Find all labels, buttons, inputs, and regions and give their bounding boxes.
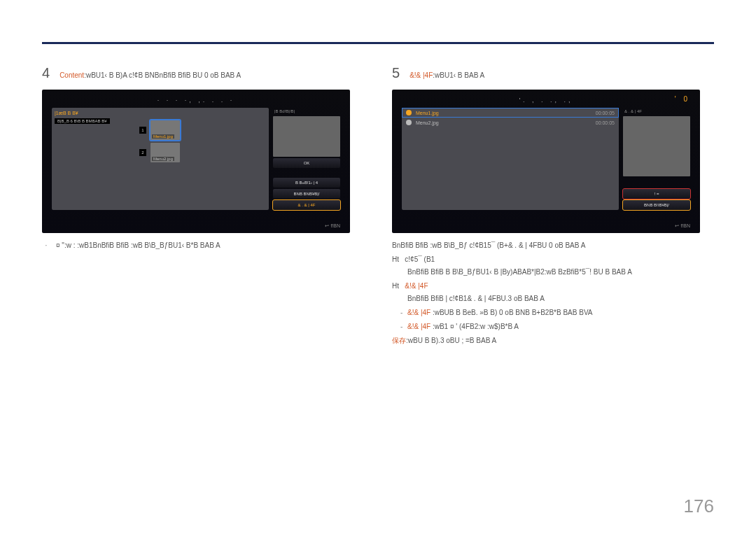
step-highlight: &!& |4F <box>410 71 433 79</box>
step-number: 4 <box>42 65 50 81</box>
rp-head: |B Bd!B|/B| <box>273 108 340 115</box>
page: 4 Content:wBU1‹ B B)A c!¢B BNBnBfiB BfiB… <box>0 0 756 349</box>
side-btn-1[interactable]: ! = <box>623 189 690 199</box>
pane-head: |1æB B B¥ <box>55 111 266 115</box>
screen-inner: · · · ·, ,. . . · |1æB B B¥ B|B_B 6 B\B … <box>52 95 340 227</box>
bullet: · <box>42 240 50 251</box>
side-btn-2[interactable]: BNB B!IB¥B|/ <box>623 200 690 210</box>
thumb-2[interactable]: 2 Menu2.jpg <box>139 143 180 162</box>
screenshot-left: · · · ·, ,. . . · |1æB B B¥ B|B_B 6 B\B … <box>42 90 350 233</box>
save-highlight: 保存 <box>392 337 406 344</box>
thumbnail-pane: |1æB B B¥ B|B_B 6 B\B B BMBAB B¥ 1 Menu1… <box>52 108 269 210</box>
para1: BnBfiB BfiB :wB B\B_Bƒ c!¢B15¯ (B+& . & … <box>392 240 714 251</box>
ht2: Ht &!& |4F <box>392 281 714 292</box>
thumb-num: 1 <box>139 127 146 134</box>
sub-text: :wBUB B BeB. »B B) 0 oB BNB B+B2B*B BAB … <box>433 309 593 316</box>
bottom-bar: ↩ f!BN <box>402 220 690 229</box>
ht-label: Ht <box>392 282 399 290</box>
list-label: Menu1.jpg <box>416 111 439 115</box>
screenshot-right: '. , . ., ., ' 0 Menu1.jpg 00:00:05 <box>392 90 700 233</box>
caption: · ¤ ":w : :wB1BnBfiB BfiB :wB B\B_BƒBU1‹… <box>42 240 364 251</box>
preview <box>623 116 690 176</box>
ht1: Ht c!¢5¯ (B1 <box>392 254 714 265</box>
screen-title: · · · ·, ,. . . · <box>52 95 340 106</box>
para2: BnBfiB BfiB B B\B_BƒBU1‹ B |By)ABAB*|B2:… <box>392 267 714 278</box>
step-overlay: :wBU1‹ B B)A c!¢B BNBnBfiB BfiB BU 0 oB … <box>84 71 241 79</box>
caption-text: ¤ ":w : :wB1BnBfiB BfiB :wB B\B_BƒBU1‹ B… <box>56 240 220 251</box>
panel-row: |1æB B B¥ B|B_B 6 B\B B BMBAB B¥ 1 Menu1… <box>52 108 340 210</box>
title-center: '. , . ., ., <box>519 97 573 104</box>
drive-row: B|B_B 6 B\B B BMBAB B¥ <box>55 118 110 124</box>
step-header-4: 4 Content:wBU1‹ B B)A c!¢B BNBnBfiB BfiB… <box>42 65 364 81</box>
ht-highlight: &!& |4F <box>405 282 428 290</box>
top-rule <box>42 42 714 44</box>
content-row: 4 Content:wBU1‹ B B)A c!¢B BNBnBfiB BfiB… <box>42 65 714 349</box>
list-label: Menu2.jpg <box>416 120 439 125</box>
step-header-5: 5 &!& |4F:wBU1‹ B BAB A <box>392 65 714 81</box>
list-time: 00:00:05 <box>596 120 615 125</box>
right-column: 5 &!& |4F:wBU1‹ B BAB A '. , . ., ., ' 0 <box>392 65 714 349</box>
title-badge: ' 0 <box>675 95 690 103</box>
ok-button[interactable]: OK <box>273 158 340 168</box>
save-text: :wBU B B).3 oBU ; =B BAB A <box>406 337 496 344</box>
step-highlight: Content <box>59 71 84 79</box>
thumb-num: 2 <box>139 149 146 156</box>
sub1: &!& |4F :wBUB B BeB. »B B) 0 oB BNB B+B2… <box>392 307 714 318</box>
save-line: 保存:wBU B B).3 oBU ; =B BAB A <box>392 335 714 346</box>
panel-row: Menu1.jpg 00:00:05 Menu2.jpg 00:00:05 & … <box>402 108 690 210</box>
preview <box>273 116 340 157</box>
thumb-img: Menu2.jpg <box>150 143 180 162</box>
side-btn-1[interactable]: B B»B!1‹ | 4 <box>273 178 340 188</box>
list-pane: Menu1.jpg 00:00:05 Menu2.jpg 00:00:05 <box>402 108 619 210</box>
thumb-label: Menu2.jpg <box>152 157 174 161</box>
para3: BnBfiB BfiB | c!¢B1& . & | 4FBU.3 oB BAB… <box>392 293 714 304</box>
left-column: 4 Content:wBU1‹ B B)A c!¢B BNBnBfiB BfiB… <box>42 65 364 349</box>
step-text: &!& |4F:wBU1‹ B BAB A <box>410 71 484 79</box>
list-time: 00:00:05 <box>596 111 615 115</box>
ht-label: Ht <box>392 255 399 263</box>
return-label[interactable]: ↩ f!BN <box>675 223 690 229</box>
spacer <box>623 178 690 188</box>
thumb-label: Menu1.jpg <box>152 134 174 139</box>
step-text: Content:wBU1‹ B B)A c!¢B BNBnBfiB BfiB B… <box>59 71 241 79</box>
side-btn-3[interactable]: & . & | 4F <box>273 200 340 210</box>
step-number: 5 <box>392 65 400 81</box>
screen-inner: '. , . ., ., ' 0 Menu1.jpg 00:00:05 <box>402 95 690 227</box>
list-row-2[interactable]: Menu2.jpg 00:00:05 <box>402 118 619 127</box>
status-dot-icon <box>406 120 412 125</box>
rp-head: & . & | 4F <box>623 108 690 115</box>
side-pane: |B Bd!B|/B| OK B B»B!1‹ | 4 BNB BNB¥B|/ … <box>273 108 340 210</box>
bottom-bar: ↩ f!BN <box>52 220 340 229</box>
return-label[interactable]: ↩ f!BN <box>325 223 340 229</box>
sub-highlight: &!& |4F <box>407 323 430 330</box>
spacer <box>273 169 340 176</box>
thumb-1[interactable]: 1 Menu1.jpg <box>139 120 180 140</box>
screen-title: '. , . ., ., ' 0 <box>402 95 690 106</box>
step-overlay: :wBU1‹ B BAB A <box>433 71 484 79</box>
side-btn-2[interactable]: BNB BNB¥B|/ <box>273 189 340 199</box>
list-row-1[interactable]: Menu1.jpg 00:00:05 <box>402 108 619 118</box>
thumb-img: Menu1.jpg <box>150 120 180 140</box>
page-number: 176 <box>684 496 714 517</box>
sub2: &!& |4F :wB1 ¤ ' (4FB2:w :w$)B*B A <box>392 321 714 332</box>
ht-text: c!¢5¯ (B1 <box>405 255 435 263</box>
thumb-col: 1 Menu1.jpg 2 Menu2.jpg <box>139 120 180 162</box>
sub-highlight: &!& |4F <box>407 309 430 316</box>
side-pane: & . & | 4F ! = BNB B!IB¥B|/ <box>623 108 690 210</box>
sub-text: :wB1 ¤ ' (4FB2:w :w$)B*B A <box>433 323 519 330</box>
status-dot-icon <box>406 110 412 115</box>
